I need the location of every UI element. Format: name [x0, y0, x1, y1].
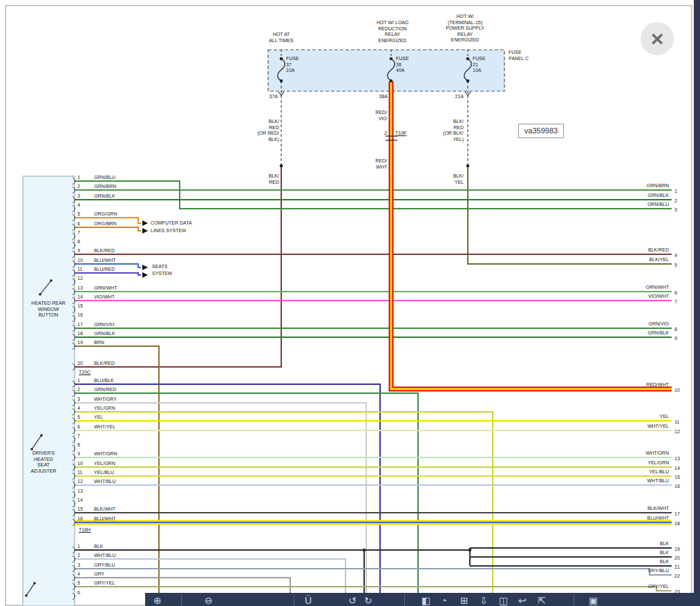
junction-dot	[466, 57, 470, 61]
grid-icon[interactable]: ⊞	[460, 595, 469, 606]
wire-blu-blk-1[interactable]	[75, 384, 380, 606]
wiring-diagram-canvas	[0, 0, 700, 606]
toolbar-separator	[574, 594, 574, 606]
junction-dot	[280, 164, 283, 168]
toolbar-separator	[181, 594, 182, 606]
junction-dot	[466, 79, 470, 83]
system-arrow-icon	[142, 265, 148, 270]
page-layout-icon[interactable]: ◧	[422, 595, 431, 606]
panel-left-icon[interactable]: ◫	[499, 595, 508, 606]
toolbar-icons: ⊕⊖Ü↺↻◧◔⊞⇩◫↩⇱▣	[145, 593, 694, 606]
wire-org-brn-6[interactable]	[75, 227, 141, 231]
wire-wht-gry-3[interactable]	[75, 403, 366, 606]
wire-gry-blu-b3[interactable]	[75, 569, 672, 575]
junction-dot	[390, 79, 393, 83]
rotate-left-icon[interactable]: ↺	[348, 595, 357, 606]
expand-icon[interactable]: ⇱	[538, 595, 546, 606]
wire-grn-blu-1[interactable]	[75, 181, 672, 209]
system-arrow-icon	[142, 228, 148, 234]
wire-blk-yel-feed[interactable]	[468, 166, 672, 264]
switch-contact	[25, 594, 28, 597]
system-arrow-icon	[142, 220, 148, 226]
wiring-diagram-viewer: HOT AT ALL TIMESHOT W/ LOAD REDUCTION RE…	[0, 0, 700, 606]
switch-contact	[33, 582, 36, 585]
page-border	[6, 6, 692, 605]
download-icon[interactable]: ⇩	[480, 595, 488, 606]
diagram-code-box: va359983	[518, 124, 564, 138]
viewer-toolbar: ⊕⊖Ü↺↻◧◔⊞⇩◫↩⇱▣	[145, 593, 694, 606]
zoom-out-icon[interactable]: ⊖	[205, 595, 213, 606]
switch-contact	[50, 279, 53, 282]
junction-dot	[363, 549, 366, 552]
close-icon: ×	[651, 28, 664, 50]
toolbar-separator	[294, 594, 294, 606]
junction-dot	[390, 57, 393, 61]
junction-dot	[466, 164, 470, 168]
junction-dot	[280, 79, 283, 83]
wire-blu-red-11[interactable]	[75, 273, 141, 275]
undo-icon[interactable]: ↩	[518, 595, 527, 606]
wire-yel-grn-4[interactable]	[75, 412, 493, 606]
contrast-icon[interactable]: ◔	[441, 595, 446, 606]
component-box[interactable]	[23, 176, 75, 606]
wire-org-grn-5[interactable]	[75, 218, 141, 223]
switch-contact	[40, 434, 43, 437]
toolbar-separator	[404, 594, 405, 606]
wire-gry-yel-b5[interactable]	[75, 587, 672, 591]
switch-contact	[30, 448, 33, 451]
fullscreen-icon[interactable]: ▣	[589, 595, 598, 606]
zoom-in-icon[interactable]: ⊕	[153, 595, 162, 606]
rotate-right-icon[interactable]: ↻	[364, 595, 372, 606]
window-frame-strip	[694, 0, 700, 606]
fuse-panel-box	[268, 50, 504, 91]
system-arrow-icon	[142, 272, 148, 278]
junction-dot	[280, 57, 283, 61]
overview-icon[interactable]: Ü	[305, 595, 312, 606]
junction-dot	[469, 549, 472, 552]
switch-contact	[39, 293, 41, 296]
wire-blu-wht-10[interactable]	[75, 264, 141, 267]
close-button[interactable]: ×	[641, 22, 674, 55]
